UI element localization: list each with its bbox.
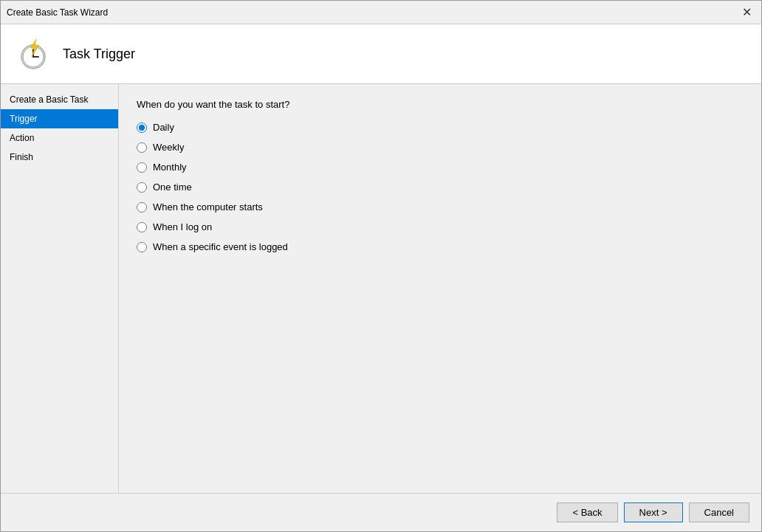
radio-one-time[interactable] (137, 182, 147, 193)
radio-label-weekly[interactable]: Weekly (153, 142, 184, 153)
content-area: Create a Basic Task Trigger Action Finis… (1, 84, 761, 493)
question-label: When do you want the task to start? (137, 99, 744, 110)
radio-item-daily[interactable]: Daily (137, 122, 744, 133)
page-title: Task Trigger (63, 46, 135, 62)
radio-label-daily[interactable]: Daily (153, 122, 174, 133)
main-content: When do you want the task to start? Dail… (119, 84, 761, 493)
radio-label-log-on[interactable]: When I log on (153, 221, 212, 232)
footer: < Back Next > Cancel (1, 493, 761, 531)
radio-log-on[interactable] (137, 222, 147, 232)
radio-computer-starts[interactable] (137, 202, 147, 213)
radio-label-computer-starts[interactable]: When the computer starts (153, 201, 263, 213)
sidebar-item-action[interactable]: Action (1, 128, 118, 148)
radio-monthly[interactable] (137, 162, 147, 173)
radio-item-specific-event[interactable]: When a specific event is logged (137, 241, 744, 252)
header-section: Task Trigger (1, 24, 761, 84)
title-bar: Create Basic Task Wizard ✕ (1, 1, 761, 24)
radio-item-one-time[interactable]: One time (137, 182, 744, 193)
radio-label-monthly[interactable]: Monthly (153, 162, 187, 173)
radio-specific-event[interactable] (137, 242, 147, 252)
trigger-radio-group: Daily Weekly Monthly One time When the c (137, 122, 744, 252)
sidebar: Create a Basic Task Trigger Action Finis… (1, 84, 119, 493)
radio-label-specific-event[interactable]: When a specific event is logged (153, 241, 288, 252)
radio-weekly[interactable] (137, 142, 147, 153)
radio-item-computer-starts[interactable]: When the computer starts (137, 201, 744, 213)
back-button[interactable]: < Back (557, 502, 617, 522)
radio-label-one-time[interactable]: One time (153, 182, 192, 193)
wizard-window: Create Basic Task Wizard ✕ Task Trigger … (0, 0, 762, 532)
task-trigger-icon (16, 36, 51, 72)
window-title: Create Basic Task Wizard (7, 7, 738, 18)
next-button[interactable]: Next > (624, 502, 683, 522)
radio-item-log-on[interactable]: When I log on (137, 221, 744, 232)
radio-daily[interactable] (137, 122, 147, 133)
radio-item-monthly[interactable]: Monthly (137, 162, 744, 173)
close-button[interactable]: ✕ (738, 4, 755, 21)
radio-item-weekly[interactable]: Weekly (137, 142, 744, 153)
sidebar-item-create-basic-task[interactable]: Create a Basic Task (1, 90, 118, 109)
sidebar-item-finish[interactable]: Finish (1, 148, 118, 167)
cancel-button[interactable]: Cancel (689, 502, 749, 522)
sidebar-item-trigger[interactable]: Trigger (1, 109, 118, 128)
